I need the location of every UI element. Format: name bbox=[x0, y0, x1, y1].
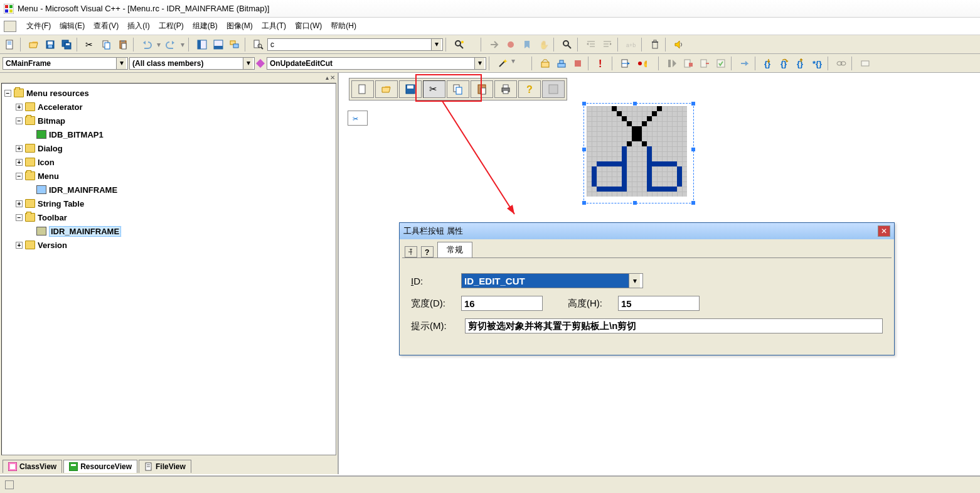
expander-icon[interactable]: − bbox=[16, 173, 23, 180]
go-button[interactable] bbox=[487, 38, 502, 51]
members-combo[interactable]: (All class members) ▾ bbox=[129, 57, 255, 70]
height-input[interactable] bbox=[619, 296, 698, 310]
tree-toolbar-item[interactable]: IDR_MAINFRAME bbox=[27, 224, 333, 238]
dropdown-icon[interactable]: ▾ bbox=[474, 58, 484, 69]
tree-toolbar[interactable]: − Toolbar bbox=[16, 210, 333, 224]
tree-bitmap-item[interactable]: IDB_BITMAP1 bbox=[27, 127, 333, 141]
expander-icon[interactable]: − bbox=[16, 214, 23, 221]
watch-button[interactable] bbox=[858, 57, 873, 70]
stop-debug-button[interactable] bbox=[681, 57, 696, 70]
height-field[interactable] bbox=[618, 296, 700, 311]
menu-window[interactable]: 窗口(W) bbox=[291, 19, 326, 33]
tree-root[interactable]: − Menu resources bbox=[4, 86, 333, 100]
resize-handle[interactable] bbox=[691, 201, 695, 205]
tree-bitmap[interactable]: − Bitmap bbox=[16, 114, 333, 127]
resize-handle[interactable] bbox=[633, 102, 637, 106]
bitmap-grid[interactable] bbox=[587, 106, 687, 197]
resize-handle[interactable] bbox=[691, 102, 695, 106]
menu-build[interactable]: 组建(B) bbox=[189, 19, 221, 33]
breakpoint-button[interactable] bbox=[503, 38, 518, 51]
menu-edit[interactable]: 编辑(E) bbox=[56, 19, 88, 33]
delete-button[interactable] bbox=[647, 38, 663, 51]
tree-menu-item[interactable]: IDR_MAINFRAME bbox=[27, 183, 333, 197]
menu-tools[interactable]: 工具(T) bbox=[258, 19, 290, 33]
expander-icon[interactable]: + bbox=[16, 200, 23, 207]
expander-icon[interactable]: + bbox=[16, 104, 23, 111]
unindent-button[interactable] bbox=[600, 38, 615, 51]
wizard-button[interactable]: ✦ bbox=[495, 57, 510, 70]
resize-handle[interactable] bbox=[691, 148, 695, 151]
compile-button[interactable] bbox=[538, 57, 553, 70]
resize-handle[interactable] bbox=[633, 201, 637, 205]
width-input[interactable] bbox=[462, 296, 541, 310]
undo-button[interactable] bbox=[139, 38, 154, 51]
menu-image[interactable]: 图像(M) bbox=[223, 19, 257, 33]
bitmap-canvas[interactable] bbox=[583, 103, 694, 203]
help-res-button[interactable]: ? bbox=[518, 80, 541, 98]
resourceview-tab[interactable]: ResourceView bbox=[63, 460, 137, 473]
redo-button[interactable] bbox=[163, 38, 178, 51]
cut-button[interactable]: ✂ bbox=[83, 38, 98, 51]
tree-menu[interactable]: − Menu bbox=[16, 169, 333, 183]
tree-dialog[interactable]: + Dialog bbox=[16, 141, 333, 155]
bitmap-preview-small[interactable]: ✂ bbox=[348, 111, 368, 126]
tree-accelerator[interactable]: + Accelerator bbox=[16, 100, 333, 114]
open-res-button[interactable] bbox=[375, 80, 398, 98]
mdi-restore-icon[interactable] bbox=[4, 21, 16, 32]
step-over-button[interactable]: {} bbox=[777, 57, 792, 70]
resize-handle[interactable] bbox=[582, 148, 586, 151]
output-button[interactable] bbox=[211, 38, 226, 51]
id-input[interactable] bbox=[462, 274, 629, 288]
bookmark-button[interactable] bbox=[519, 38, 535, 51]
step-out-button[interactable]: {} bbox=[794, 57, 809, 70]
indent-button[interactable] bbox=[583, 38, 599, 51]
cut-res-button[interactable]: ✂ bbox=[423, 80, 445, 98]
hand-button[interactable]: ✋ bbox=[536, 38, 551, 51]
copy-button[interactable] bbox=[99, 38, 114, 51]
break-button[interactable] bbox=[697, 57, 712, 70]
expander-icon[interactable]: + bbox=[16, 145, 23, 152]
menu-file[interactable]: 文件(F) bbox=[23, 19, 55, 33]
resource-tree[interactable]: − Menu resources + Accelerator − Bitmap … bbox=[1, 83, 336, 455]
classview-tab[interactable]: ClassView bbox=[3, 460, 62, 473]
dropdown-icon[interactable]: ▾ bbox=[116, 58, 126, 69]
general-tab[interactable]: 常规 bbox=[437, 242, 472, 257]
dropdown-icon[interactable]: ▾ bbox=[243, 58, 253, 69]
blank-res-button[interactable] bbox=[542, 80, 565, 98]
find-combo[interactable]: c ▾ bbox=[267, 38, 443, 51]
save-all-button[interactable] bbox=[59, 38, 74, 51]
run-to-cursor-button[interactable]: *{} bbox=[810, 57, 825, 70]
insert-breakpoint-button[interactable]: ✋ bbox=[634, 57, 649, 70]
dialog-close-button[interactable]: ✕ bbox=[878, 225, 890, 237]
find-button[interactable] bbox=[560, 38, 575, 51]
copy-res-button[interactable] bbox=[447, 80, 469, 98]
restart-button[interactable] bbox=[664, 57, 679, 70]
go-debug-button[interactable] bbox=[618, 57, 633, 70]
show-next-button[interactable] bbox=[737, 57, 752, 70]
menu-insert[interactable]: 插入(I) bbox=[124, 19, 153, 33]
function-combo[interactable]: OnUpdateEditCut ▾ bbox=[267, 57, 486, 70]
paste-res-button[interactable] bbox=[471, 80, 493, 98]
resize-handle[interactable] bbox=[582, 102, 586, 106]
menu-project[interactable]: 工程(P) bbox=[155, 19, 188, 33]
save-res-button[interactable] bbox=[399, 80, 422, 98]
id-combo[interactable]: ▾ bbox=[461, 273, 643, 288]
new-res-button[interactable] bbox=[351, 80, 374, 98]
menu-view[interactable]: 查看(V) bbox=[90, 19, 122, 33]
sound-button[interactable] bbox=[671, 38, 686, 51]
expander-icon[interactable]: + bbox=[16, 159, 23, 166]
dropdown-icon[interactable]: ▾ bbox=[629, 274, 640, 288]
pane-close-icon[interactable]: ✕ bbox=[330, 74, 335, 81]
paste-button[interactable] bbox=[115, 38, 130, 51]
execute-button[interactable]: ! bbox=[594, 57, 609, 70]
fileview-tab[interactable]: FileView bbox=[139, 460, 191, 473]
quickwatch-button[interactable] bbox=[834, 57, 849, 70]
resize-handle[interactable] bbox=[582, 201, 586, 205]
search-button[interactable] bbox=[452, 38, 467, 51]
prompt-input[interactable] bbox=[466, 319, 882, 333]
dialog-titlebar[interactable]: 工具栏按钮 属性 ✕ bbox=[400, 223, 894, 239]
workspace-button[interactable] bbox=[194, 38, 210, 51]
new-text-button[interactable] bbox=[3, 38, 18, 51]
save-button[interactable] bbox=[43, 38, 58, 51]
width-field[interactable] bbox=[461, 296, 543, 311]
